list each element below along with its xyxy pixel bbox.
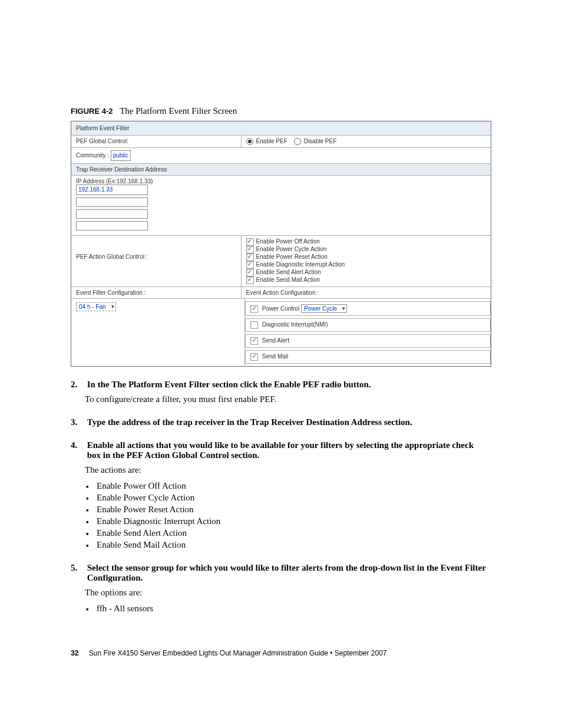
page-number: 32 [71,649,78,657]
cb-diag-int[interactable]: ✓ [246,261,254,269]
step-4-text: Enable all actions that you would like t… [87,440,488,460]
sensor-select[interactable]: 04 h - Fan [76,302,116,311]
cb-send-mail[interactable]: ✓ [246,276,254,284]
figure-caption: FIGURE 4-2 The Platform Event Filter Scr… [71,106,491,116]
disable-pef-radio[interactable] [294,138,301,145]
step-5: 5. Select the sensor group for which you… [71,563,491,583]
cb-diag-nmi[interactable] [250,321,258,329]
cb-power-control[interactable]: ✓ [250,305,258,313]
step-4-list: Enable Power Off Action Enable Power Cyc… [71,481,491,550]
send-alert-label: Send Alert [262,338,289,344]
cb-power-cycle[interactable]: ✓ [246,246,254,253]
step-2-text: In the The Platform Event Filter section… [87,380,488,390]
footer-text: Sun Fire X4150 Server Embedded Lights Ou… [89,649,387,657]
ip-input-3[interactable] [76,209,148,219]
step-3-text: Type the address of the trap receiver in… [87,417,488,427]
step-2-sub: To configure/create a filter, you must f… [85,394,491,404]
page-footer: 32 Sun Fire X4150 Server Embedded Lights… [71,649,491,657]
cb-send-alert[interactable]: ✓ [246,269,254,276]
screenshot-header: Platform Event Filter [71,121,491,136]
step-5-text: Select the sensor group for which you wo… [87,563,488,583]
list-item: ffh - All sensors [86,604,491,614]
step-4-sub: The actions are: [85,465,491,475]
action-global-label: PEF Action Global Control : [71,236,241,262]
step-3: 3. Type the address of the trap receiver… [71,417,491,427]
power-control-select[interactable]: Power Cycle [301,304,347,313]
ip-input-2[interactable] [76,197,148,207]
community-input[interactable]: public [111,150,131,161]
pef-screenshot: Platform Event Filter PEF Global Control… [71,121,491,367]
step-4: 4. Enable all actions that you would lik… [71,440,491,460]
figure-title: The Platform Event Filter Screen [120,106,237,116]
list-item: Enable Send Alert Action [86,528,491,538]
cb-power-reset[interactable]: ✓ [246,253,254,261]
community-label: Community : [76,152,109,159]
ip-input-4[interactable] [76,221,148,230]
list-item: Enable Diagnostic Interrupt Action [86,516,491,526]
power-control-label: Power Control [262,305,299,312]
cb-power-off[interactable]: ✓ [246,238,254,246]
list-item: Enable Power Cycle Action [86,493,491,503]
send-mail-label: Send Mail [262,354,288,360]
diag-nmi-label: Diagnostic Interrupt(NMI) [262,322,328,328]
step-5-list: ffh - All sensors [71,604,491,614]
enable-pef-label: Enable PEF [256,138,287,144]
evfilter-label: Event Filter Configuration : [76,289,146,296]
list-item: Enable Power Off Action [86,481,491,491]
action-global-list: ✓Enable Power Off Action ✓Enable Power C… [241,236,491,286]
step-2: 2. In the The Platform Event Filter sect… [71,380,491,390]
figure-number: FIGURE 4-2 [71,107,113,116]
list-item: Enable Send Mail Action [86,540,491,550]
step-5-sub: The options are: [85,588,491,598]
community-row: Community : public [71,148,491,164]
pef-global-label: PEF Global Control: [71,136,241,147]
list-item: Enable Power Reset Action [86,505,491,515]
trap-header: Trap Receiver Destination Address [71,164,491,176]
cb-send-mail-2[interactable]: ✓ [250,353,258,361]
pef-global-value: Enable PEF Disable PEF [241,136,491,147]
ip-input-1[interactable]: 192.168.1.33 [76,185,148,195]
ip-label: IP Address (Ex:192.168.1.33) [76,178,486,185]
evaction-label: Event Action Configuration : [246,289,319,296]
cb-send-alert-2[interactable]: ✓ [250,337,258,345]
disable-pef-label: Disable PEF [304,138,337,144]
enable-pef-radio[interactable] [246,138,253,145]
